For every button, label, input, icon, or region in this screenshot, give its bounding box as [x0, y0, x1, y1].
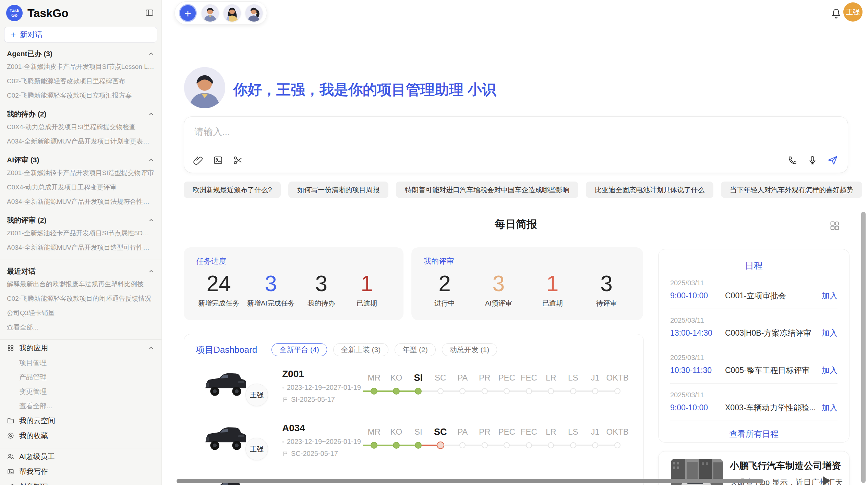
- suggestion-chip[interactable]: 当下年轻人对汽车外观有怎样的喜好趋势: [721, 182, 862, 198]
- join-link[interactable]: 加入: [822, 365, 837, 376]
- conversation-item[interactable]: 查看全部...: [7, 320, 155, 335]
- task-item[interactable]: C02-飞腾新能源轻客改款项目立项汇报方案: [7, 88, 155, 103]
- user-avatar[interactable]: 王强: [843, 2, 863, 22]
- join-link[interactable]: 加入: [822, 328, 837, 338]
- milestone-dot: [614, 442, 620, 448]
- logo-line-2: Go: [11, 13, 17, 18]
- task-item[interactable]: C0X4-动力总成开发项目SI里程碑提交物检查: [7, 120, 155, 134]
- app-item[interactable]: 项目管理: [0, 356, 161, 370]
- task-progress-card: 任务进度 24 新增完成任务 3 新增AI完成任务 3 我的待办 1: [184, 247, 403, 320]
- schedule-title: 日程: [659, 260, 849, 272]
- chat-input[interactable]: [184, 117, 848, 155]
- view-all-schedule-link[interactable]: 查看所有日程: [659, 428, 849, 439]
- milestone-label: OKTB: [606, 372, 629, 384]
- conversation-item[interactable]: 解释最新出台的欧盟报废车法规再生塑料比例被调至15%...: [7, 277, 155, 291]
- sidebar-item-ai-staff[interactable]: AI超级员工: [0, 449, 161, 464]
- clock-icon: [282, 385, 284, 391]
- task-item[interactable]: Z001-全新燃油轻卡产品开发项目SI节点属性5D文件评审: [7, 226, 155, 240]
- suggestion-chip[interactable]: 如何写一份清晰的项目周报: [288, 182, 388, 198]
- collapse-sidebar-icon[interactable]: [145, 8, 154, 17]
- scroll-right-arrow[interactable]: [823, 476, 830, 485]
- task-item[interactable]: Z001-全新燃油皮卡产品开发项目SI节点Lesson Learn报告: [7, 60, 155, 74]
- schedule-event-title: C005-整车工程目标评审: [725, 365, 818, 376]
- new-chat-button[interactable]: + 新对话: [4, 27, 157, 42]
- dashboard-title: 项目Dashboard: [196, 344, 257, 356]
- assistant-avatar: [184, 67, 225, 108]
- member-avatar-3[interactable]: [245, 4, 263, 22]
- stat: 3 待评审: [588, 271, 625, 308]
- join-link[interactable]: 加入: [822, 402, 837, 413]
- member-avatar-2[interactable]: [224, 4, 241, 22]
- sidebar-item-my-apps[interactable]: 我的应用: [0, 340, 161, 356]
- schedule-item: 2025/03/11 13:00-14:30 C003|H0B-方案冻结评审 加…: [659, 309, 849, 346]
- conversation-item[interactable]: 公司Q3轻卡销量: [7, 306, 155, 320]
- milestone: OKTB: [606, 426, 629, 452]
- milestone-label: KO: [385, 426, 408, 438]
- filter-pill[interactable]: 全新平台 (4): [272, 343, 327, 356]
- plus-icon: +: [11, 30, 16, 39]
- project-row-a034[interactable]: 王强 A034 2023-12-19~2026-01-19 SC-2025-05…: [184, 419, 643, 473]
- star-badge-icon: [7, 432, 14, 439]
- section-agent-done[interactable]: Agent已办 (3): [7, 48, 155, 60]
- filter-pill[interactable]: 全新上装 (3): [333, 343, 389, 356]
- image-upload-icon[interactable]: [213, 155, 223, 165]
- milestone-dot: [437, 388, 444, 394]
- my-apps-list: 项目管理产品管理变更管理查看全部...: [0, 356, 161, 413]
- sidebar-item-cloud-space[interactable]: 我的云空间: [0, 413, 161, 428]
- app-item[interactable]: 变更管理: [0, 384, 161, 399]
- phone-call-icon[interactable]: [787, 155, 798, 165]
- sidebar-item-write-helper[interactable]: 帮我写作: [0, 464, 161, 479]
- project-row-z001[interactable]: 王强 Z001 2023-12-19~2027-01-19 SI-2025-05…: [184, 364, 643, 419]
- task-item[interactable]: C02-飞腾新能源轻客改款项目里程碑画布: [7, 74, 155, 88]
- sidebar-item-favorites[interactable]: 我的收藏: [0, 428, 161, 443]
- notification-bell-icon[interactable]: [830, 8, 842, 19]
- chevron-up-icon: [148, 345, 155, 351]
- filter-pill[interactable]: 年型 (2): [395, 343, 436, 356]
- milestone-dot: [482, 442, 488, 448]
- project-dates: 2023-12-19~2027-01-19: [287, 384, 361, 391]
- task-item[interactable]: Z001-全新燃油轻卡产品开发项目SI造型提交物评审: [7, 166, 155, 180]
- milestone-label: PA: [451, 426, 474, 438]
- section-my-review[interactable]: 我的评审 (2): [7, 214, 155, 226]
- divider: [0, 339, 161, 340]
- scissors-icon[interactable]: [233, 155, 243, 165]
- suggestion-chip[interactable]: 欧洲新规最近颁布了什么?: [184, 182, 281, 198]
- send-icon[interactable]: [827, 155, 838, 166]
- microphone-icon[interactable]: [807, 155, 818, 165]
- my-review-card: 我的评审 2 进行中 3 AI预评审 1 已逾期 3: [411, 247, 643, 320]
- app-item[interactable]: 查看全部...: [0, 399, 161, 413]
- section-recent-chats[interactable]: 最近对话: [7, 265, 155, 277]
- section-ai-review[interactable]: AI评审 (3): [7, 154, 155, 166]
- milestone: PEC: [496, 372, 518, 398]
- task-item[interactable]: A034-全新新能源MUV产品开发项目计划变更表编写: [7, 134, 155, 149]
- join-link[interactable]: 加入: [822, 290, 837, 301]
- suggestion-chip[interactable]: 特朗普可能对进口汽车增税会对中国车企造成哪些影响: [396, 182, 578, 198]
- vertical-scrollbar[interactable]: [861, 212, 866, 483]
- task-item[interactable]: A034-全新新能源MUV产品开发项目造型可行性评审: [7, 240, 155, 255]
- milestone-dot: [393, 442, 400, 449]
- task-item[interactable]: A034-全新新能源MUV产品开发项目法规符合性评审: [7, 195, 155, 209]
- add-member-button[interactable]: +: [179, 4, 197, 22]
- sidebar: Task Go TaskGo + 新对话 Agent已办 (3) Z001-全新…: [0, 0, 162, 485]
- filter-pill[interactable]: 动总开发 (1): [442, 343, 497, 356]
- suggestion-chip[interactable]: 比亚迪全固态电池计划具体说了什么: [586, 182, 713, 198]
- horizontal-scrollbar[interactable]: [177, 479, 763, 483]
- divider: [0, 260, 161, 260]
- attachment-icon[interactable]: [193, 155, 203, 165]
- sidebar-item-creative-draw[interactable]: 创意制图: [0, 479, 161, 485]
- milestone-track: MR KO SI: [363, 372, 628, 398]
- milestone: PR: [474, 426, 496, 452]
- app-item[interactable]: 产品管理: [0, 370, 161, 384]
- task-item[interactable]: C0X4-动力总成开发项目工程变更评审: [7, 180, 155, 195]
- briefing-layout-icon[interactable]: [829, 220, 841, 232]
- section-my-todo[interactable]: 我的待办 (2): [7, 108, 155, 120]
- milestone: KO: [385, 426, 408, 452]
- milestone-dot: [592, 388, 598, 394]
- member-avatar-1[interactable]: [202, 4, 219, 22]
- conversation-item[interactable]: C02-飞腾新能源轻客改款项目的闭环通告反馈情况: [7, 291, 155, 306]
- milestone-label: PA: [451, 372, 474, 384]
- owner-badge: 王强: [245, 384, 268, 406]
- schedule-date: 2025/03/11: [670, 316, 837, 324]
- stat: 24 新增完成任务: [198, 271, 239, 308]
- clock-icon: [282, 439, 284, 445]
